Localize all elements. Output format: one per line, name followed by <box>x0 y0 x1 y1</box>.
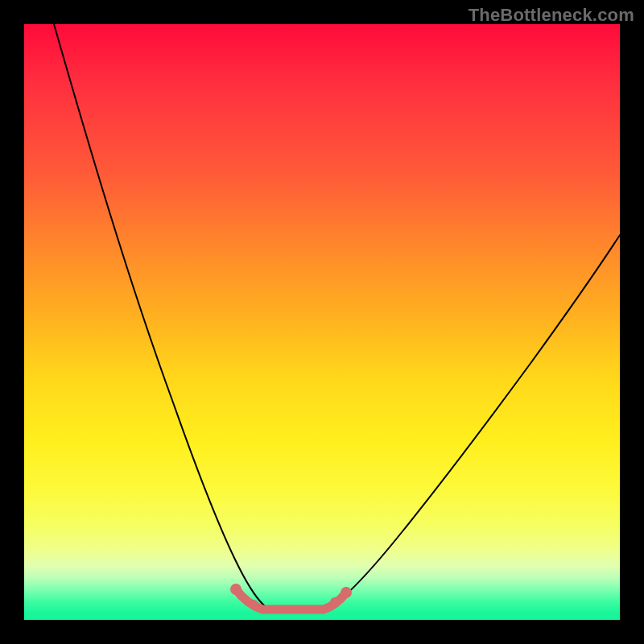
plot-area <box>24 24 620 620</box>
optimal-range-bead <box>330 597 340 607</box>
optimal-range-end-dot <box>341 587 352 598</box>
optimal-range-start-dot <box>230 584 242 595</box>
watermark-text: TheBottleneck.com <box>469 5 634 26</box>
chart-svg <box>24 24 620 620</box>
curve-left-arm <box>54 24 267 609</box>
optimal-range-bead <box>249 600 258 609</box>
chart-stage: TheBottleneck.com <box>0 0 644 644</box>
curve-right-arm <box>328 235 620 609</box>
